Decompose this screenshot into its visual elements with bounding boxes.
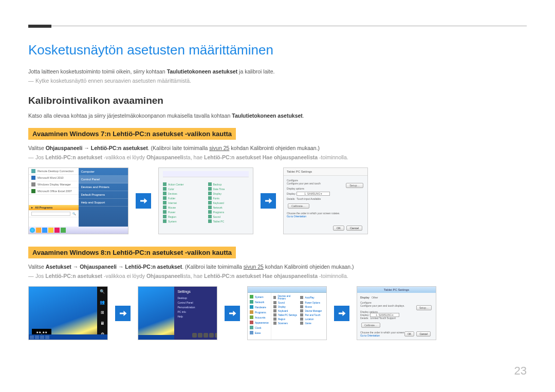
win8-charms-shot: 🔍👥⊞🖥⚙ ★★¸★★ bbox=[28, 286, 108, 340]
win8-band: Avaaminen Windows 8:n Lehtiö-PC:n asetuk… bbox=[28, 247, 236, 258]
page-link[interactable]: sivun 25 bbox=[244, 264, 264, 270]
arrow-icon bbox=[334, 306, 349, 321]
page-number: 23 bbox=[514, 364, 527, 378]
win8-note: Jos Lehtiö-PC:n asetukset -valikkoa ei l… bbox=[28, 273, 527, 279]
arrow-icon bbox=[261, 193, 276, 209]
top-rule bbox=[28, 26, 527, 28]
win8-tablet-settings-shot: Tablet PC Settings Display Other Configu… bbox=[357, 286, 436, 340]
win8-settings-shot: Settings Desktop Control Panel Personali… bbox=[138, 286, 217, 340]
win7-start-menu-shot: Remote Desktop Connection Microsoft Word… bbox=[28, 167, 128, 234]
win8-instruction: Valitse Asetukset → Ohjauspaneeli → Leht… bbox=[28, 264, 527, 270]
win7-instruction: Valitse Ohjauspaneeli → Lehtiö-PC:n aset… bbox=[28, 145, 527, 151]
arrow-icon bbox=[225, 306, 240, 321]
win7-control-panel-shot: Action CenterBackup ColorDate Time Devic… bbox=[158, 167, 253, 234]
arrow-icon bbox=[136, 193, 151, 209]
win7-tablet-settings-shot: Tablet PC Settings ConfigureConfigure yo… bbox=[283, 167, 368, 234]
win7-screenshot-row: Remote Desktop Connection Microsoft Word… bbox=[28, 167, 527, 234]
win7-note: Jos Lehtiö-PC:n asetukset -valikkoa ei l… bbox=[28, 154, 527, 160]
intro-text: Jotta laitteen kosketustoiminto toimii o… bbox=[28, 68, 527, 74]
win7-band: Avaaminen Windows 7:n Lehtiö-PC:n asetuk… bbox=[28, 128, 236, 140]
intro-note: Kytke kosketusnäyttö ennen seuraavien as… bbox=[28, 78, 527, 84]
page-link[interactable]: sivun 25 bbox=[209, 145, 229, 151]
win8-screenshot-row: 🔍👥⊞🖥⚙ ★★¸★★ Settings Desktop Control Pan… bbox=[28, 286, 527, 340]
arrow-icon bbox=[115, 306, 131, 321]
section-heading: Kalibrointivalikon avaaminen bbox=[28, 95, 527, 106]
subintro-text: Katso alla olevaa kohtaa ja siirry järje… bbox=[28, 113, 527, 119]
win8-control-panel-shot: System Network Hardware Programs Account… bbox=[247, 286, 327, 340]
page-title: Kosketusnäytön asetusten määrittäminen bbox=[28, 42, 527, 58]
